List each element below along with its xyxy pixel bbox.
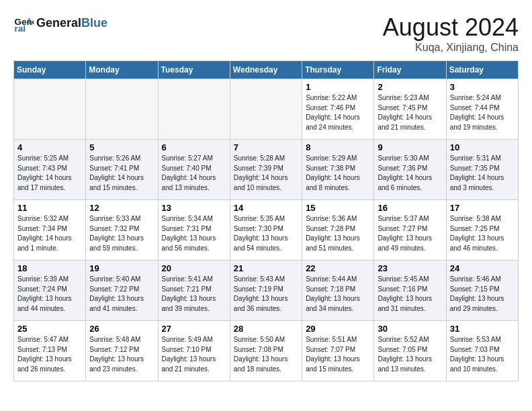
calendar-cell: 13Sunrise: 5:34 AM Sunset: 7:31 PM Dayli… [158,200,230,261]
logo: Gene ral GeneralBlue [13,13,107,34]
day-info: Sunrise: 5:37 AM Sunset: 7:27 PM Dayligh… [378,214,442,253]
calendar-cell [86,79,158,140]
day-number: 1 [306,82,370,92]
page-header: Gene ral GeneralBlue August 2024 Kuqa, X… [13,13,519,54]
calendar-week-row-1: 1Sunrise: 5:22 AM Sunset: 7:46 PM Daylig… [14,79,519,140]
day-info: Sunrise: 5:30 AM Sunset: 7:36 PM Dayligh… [378,154,442,193]
day-info: Sunrise: 5:27 AM Sunset: 7:40 PM Dayligh… [162,154,226,193]
calendar-cell: 29Sunrise: 5:51 AM Sunset: 7:07 PM Dayli… [302,321,374,381]
day-number: 11 [17,203,82,213]
calendar-cell: 5Sunrise: 5:26 AM Sunset: 7:41 PM Daylig… [86,140,158,200]
day-number: 4 [17,142,82,152]
day-info: Sunrise: 5:26 AM Sunset: 7:41 PM Dayligh… [89,154,154,193]
day-info: Sunrise: 5:23 AM Sunset: 7:45 PM Dayligh… [378,93,442,132]
day-info: Sunrise: 5:53 AM Sunset: 7:03 PM Dayligh… [450,335,515,374]
day-number: 9 [378,142,442,152]
day-info: Sunrise: 5:48 AM Sunset: 7:12 PM Dayligh… [89,335,154,374]
day-number: 31 [450,324,515,334]
location: Kuqa, Xinjiang, China [383,42,519,54]
logo-text-blue: Blue [81,16,107,30]
day-number: 14 [234,203,298,213]
day-number: 17 [450,203,515,213]
calendar-cell: 15Sunrise: 5:36 AM Sunset: 7:28 PM Dayli… [302,200,374,261]
day-info: Sunrise: 5:29 AM Sunset: 7:38 PM Dayligh… [306,154,370,193]
day-info: Sunrise: 5:47 AM Sunset: 7:13 PM Dayligh… [17,335,82,374]
calendar-cell: 6Sunrise: 5:27 AM Sunset: 7:40 PM Daylig… [158,140,230,200]
calendar-cell: 27Sunrise: 5:49 AM Sunset: 7:10 PM Dayli… [158,321,230,381]
day-number: 20 [162,263,226,273]
day-info: Sunrise: 5:38 AM Sunset: 7:25 PM Dayligh… [450,214,515,253]
day-number: 24 [450,263,515,273]
day-number: 21 [234,263,298,273]
calendar-cell: 1Sunrise: 5:22 AM Sunset: 7:46 PM Daylig… [302,79,374,140]
day-info: Sunrise: 5:36 AM Sunset: 7:28 PM Dayligh… [306,214,370,253]
day-info: Sunrise: 5:52 AM Sunset: 7:05 PM Dayligh… [378,335,442,374]
calendar-cell: 30Sunrise: 5:52 AM Sunset: 7:05 PM Dayli… [374,321,446,381]
day-info: Sunrise: 5:28 AM Sunset: 7:39 PM Dayligh… [234,154,298,193]
day-number: 19 [89,263,154,273]
logo-text-general: General [36,16,81,30]
calendar-cell: 11Sunrise: 5:32 AM Sunset: 7:34 PM Dayli… [14,200,86,261]
day-number: 5 [89,142,154,152]
calendar-cell: 7Sunrise: 5:28 AM Sunset: 7:39 PM Daylig… [230,140,302,200]
calendar-cell: 10Sunrise: 5:31 AM Sunset: 7:35 PM Dayli… [446,140,518,200]
day-info: Sunrise: 5:40 AM Sunset: 7:22 PM Dayligh… [89,275,154,314]
day-number: 15 [306,203,370,213]
day-number: 6 [162,142,226,152]
calendar-week-row-5: 25Sunrise: 5:47 AM Sunset: 7:13 PM Dayli… [14,321,519,381]
day-number: 26 [89,324,154,334]
day-info: Sunrise: 5:24 AM Sunset: 7:44 PM Dayligh… [450,93,515,132]
calendar-cell: 3Sunrise: 5:24 AM Sunset: 7:44 PM Daylig… [446,79,518,140]
day-number: 2 [378,82,442,92]
day-info: Sunrise: 5:33 AM Sunset: 7:32 PM Dayligh… [89,214,154,253]
day-info: Sunrise: 5:49 AM Sunset: 7:10 PM Dayligh… [162,335,226,374]
day-number: 8 [306,142,370,152]
day-info: Sunrise: 5:31 AM Sunset: 7:35 PM Dayligh… [450,154,515,193]
day-info: Sunrise: 5:44 AM Sunset: 7:18 PM Dayligh… [306,275,370,314]
calendar-cell: 9Sunrise: 5:30 AM Sunset: 7:36 PM Daylig… [374,140,446,200]
day-number: 10 [450,142,515,152]
calendar-cell: 25Sunrise: 5:47 AM Sunset: 7:13 PM Dayli… [14,321,86,381]
calendar-table: SundayMondayTuesdayWednesdayThursdayFrid… [13,60,519,381]
day-info: Sunrise: 5:46 AM Sunset: 7:15 PM Dayligh… [450,275,515,314]
calendar-cell [158,79,230,140]
calendar-cell: 20Sunrise: 5:41 AM Sunset: 7:21 PM Dayli… [158,261,230,321]
day-number: 22 [306,263,370,273]
calendar-cell: 21Sunrise: 5:43 AM Sunset: 7:19 PM Dayli… [230,261,302,321]
day-number: 23 [378,263,442,273]
weekday-header-tuesday: Tuesday [158,61,230,79]
logo-icon: Gene ral [13,13,34,34]
calendar-week-row-2: 4Sunrise: 5:25 AM Sunset: 7:43 PM Daylig… [14,140,519,200]
calendar-cell: 22Sunrise: 5:44 AM Sunset: 7:18 PM Dayli… [302,261,374,321]
title-block: August 2024 Kuqa, Xinjiang, China [383,13,519,54]
day-info: Sunrise: 5:45 AM Sunset: 7:16 PM Dayligh… [378,275,442,314]
calendar-cell: 8Sunrise: 5:29 AM Sunset: 7:38 PM Daylig… [302,140,374,200]
day-info: Sunrise: 5:25 AM Sunset: 7:43 PM Dayligh… [17,154,82,193]
calendar-cell [14,79,86,140]
calendar-cell: 26Sunrise: 5:48 AM Sunset: 7:12 PM Dayli… [86,321,158,381]
weekday-header-sunday: Sunday [14,61,86,79]
day-number: 25 [17,324,82,334]
calendar-week-row-4: 18Sunrise: 5:39 AM Sunset: 7:24 PM Dayli… [14,261,519,321]
calendar-cell: 24Sunrise: 5:46 AM Sunset: 7:15 PM Dayli… [446,261,518,321]
day-info: Sunrise: 5:32 AM Sunset: 7:34 PM Dayligh… [17,214,82,253]
weekday-header-thursday: Thursday [302,61,374,79]
calendar-cell: 28Sunrise: 5:50 AM Sunset: 7:08 PM Dayli… [230,321,302,381]
calendar-cell: 2Sunrise: 5:23 AM Sunset: 7:45 PM Daylig… [374,79,446,140]
day-number: 13 [162,203,226,213]
day-number: 29 [306,324,370,334]
day-info: Sunrise: 5:39 AM Sunset: 7:24 PM Dayligh… [17,275,82,314]
weekday-header-wednesday: Wednesday [230,61,302,79]
day-number: 7 [234,142,298,152]
month-title: August 2024 [383,13,519,42]
day-info: Sunrise: 5:22 AM Sunset: 7:46 PM Dayligh… [306,93,370,132]
day-number: 28 [234,324,298,334]
day-info: Sunrise: 5:50 AM Sunset: 7:08 PM Dayligh… [234,335,298,374]
day-info: Sunrise: 5:41 AM Sunset: 7:21 PM Dayligh… [162,275,226,314]
calendar-cell [230,79,302,140]
weekday-header-friday: Friday [374,61,446,79]
calendar-cell: 23Sunrise: 5:45 AM Sunset: 7:16 PM Dayli… [374,261,446,321]
calendar-cell: 31Sunrise: 5:53 AM Sunset: 7:03 PM Dayli… [446,321,518,381]
day-info: Sunrise: 5:51 AM Sunset: 7:07 PM Dayligh… [306,335,370,374]
calendar-cell: 17Sunrise: 5:38 AM Sunset: 7:25 PM Dayli… [446,200,518,261]
